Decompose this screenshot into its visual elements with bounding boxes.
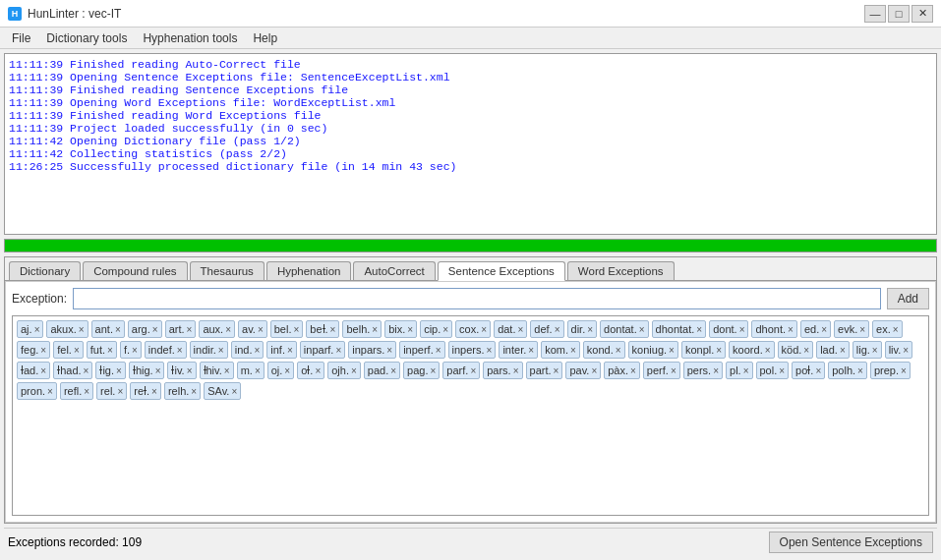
exception-tag-close-icon[interactable]: × xyxy=(386,345,392,356)
exception-tag-close-icon[interactable]: × xyxy=(117,386,123,397)
exception-tag-close-icon[interactable]: × xyxy=(513,365,519,376)
exception-tag-close-icon[interactable]: × xyxy=(857,365,863,376)
exception-tag-close-icon[interactable]: × xyxy=(254,345,260,356)
exception-tag-close-icon[interactable]: × xyxy=(79,324,85,335)
exception-tag-close-icon[interactable]: × xyxy=(293,324,299,335)
exception-tag-close-icon[interactable]: × xyxy=(335,345,341,356)
exception-tag-close-icon[interactable]: × xyxy=(351,365,357,376)
exception-tag-close-icon[interactable]: × xyxy=(528,345,534,356)
exception-tag-close-icon[interactable]: × xyxy=(743,365,749,376)
tab-autocorrect[interactable]: AutoCorrect xyxy=(353,261,435,280)
exception-tag-close-icon[interactable]: × xyxy=(903,345,909,356)
exception-tag-close-icon[interactable]: × xyxy=(372,324,378,335)
exception-tag-close-icon[interactable]: × xyxy=(431,365,437,376)
exception-tag-close-icon[interactable]: × xyxy=(116,365,122,376)
exception-tag-close-icon[interactable]: × xyxy=(696,324,702,335)
exception-tag-close-icon[interactable]: × xyxy=(287,345,293,356)
exception-tag-close-icon[interactable]: × xyxy=(258,324,264,335)
tab-sentence-exceptions[interactable]: Sentence Exceptions xyxy=(438,261,565,281)
exception-tag-close-icon[interactable]: × xyxy=(231,386,237,397)
exception-tag-close-icon[interactable]: × xyxy=(630,365,636,376)
exception-tag-close-icon[interactable]: × xyxy=(315,365,321,376)
exception-tag-close-icon[interactable]: × xyxy=(587,324,593,335)
exception-tag-close-icon[interactable]: × xyxy=(47,386,53,397)
exception-tag-close-icon[interactable]: × xyxy=(177,345,183,356)
exception-tag-close-icon[interactable]: × xyxy=(74,345,80,356)
exception-tag-close-icon[interactable]: × xyxy=(407,324,413,335)
exception-tag-close-icon[interactable]: × xyxy=(639,324,645,335)
minimize-button[interactable]: — xyxy=(864,5,886,23)
exception-tag-close-icon[interactable]: × xyxy=(84,365,89,376)
exception-tag-close-icon[interactable]: × xyxy=(555,324,560,335)
menu-hyphenation-tools[interactable]: Hyphenation tools xyxy=(135,29,245,47)
exception-tag-close-icon[interactable]: × xyxy=(739,324,745,335)
exception-tag-close-icon[interactable]: × xyxy=(115,324,121,335)
exception-tag-close-icon[interactable]: × xyxy=(765,345,771,356)
maximize-button[interactable]: □ xyxy=(888,5,910,23)
exception-tag-close-icon[interactable]: × xyxy=(669,345,675,356)
tab-word-exceptions[interactable]: Word Exceptions xyxy=(567,261,675,280)
exception-tag-close-icon[interactable]: × xyxy=(893,324,899,335)
exception-tag-close-icon[interactable]: × xyxy=(225,324,231,335)
exception-tag-close-icon[interactable]: × xyxy=(616,345,621,356)
exception-tag-close-icon[interactable]: × xyxy=(901,365,907,376)
exception-tag-close-icon[interactable]: × xyxy=(487,345,493,356)
menu-help[interactable]: Help xyxy=(245,29,285,47)
exception-tag-close-icon[interactable]: × xyxy=(815,365,821,376)
exception-tag-close-icon[interactable]: × xyxy=(671,365,676,376)
exception-tag: aj.× xyxy=(17,320,43,338)
exception-tag-close-icon[interactable]: × xyxy=(107,345,113,356)
exception-tag-close-icon[interactable]: × xyxy=(284,365,290,376)
exception-tag: oƚ.× xyxy=(297,362,324,379)
exception-tag-close-icon[interactable]: × xyxy=(517,324,523,335)
exception-tag-close-icon[interactable]: × xyxy=(224,365,230,376)
exception-tag-close-icon[interactable]: × xyxy=(34,324,40,335)
exception-tag-close-icon[interactable]: × xyxy=(330,324,336,335)
exception-tag-close-icon[interactable]: × xyxy=(713,365,719,376)
exception-tag-text: m. xyxy=(241,364,253,376)
exception-tag-close-icon[interactable]: × xyxy=(803,345,809,356)
exception-tag-close-icon[interactable]: × xyxy=(872,345,878,356)
exception-tag-close-icon[interactable]: × xyxy=(132,345,138,356)
exception-tag-close-icon[interactable]: × xyxy=(218,345,224,356)
add-button[interactable]: Add xyxy=(887,288,929,309)
tab-compound-rules[interactable]: Compound rules xyxy=(83,261,187,280)
close-button[interactable]: ✕ xyxy=(912,5,933,23)
open-sentence-exceptions-button[interactable]: Open Sentence Exceptions xyxy=(769,532,933,553)
exception-tag: ex.× xyxy=(872,320,903,338)
exception-tag-close-icon[interactable]: × xyxy=(152,324,158,335)
exception-tag-close-icon[interactable]: × xyxy=(187,324,193,335)
tab-dictionary[interactable]: Dictionary xyxy=(9,261,81,280)
exception-tag-close-icon[interactable]: × xyxy=(40,345,46,356)
exception-tag-close-icon[interactable]: × xyxy=(570,345,576,356)
exception-tag-close-icon[interactable]: × xyxy=(187,365,193,376)
exception-input[interactable] xyxy=(73,288,881,309)
menu-dictionary-tools[interactable]: Dictionary tools xyxy=(38,29,135,47)
exceptions-scroll-area[interactable]: aj.×akux.×ant.×arg.×art.×aux.×av.×bel.×b… xyxy=(12,315,929,516)
exception-tag-text: belh. xyxy=(346,323,370,335)
exception-tag-close-icon[interactable]: × xyxy=(470,365,476,376)
tab-thesaurus[interactable]: Thesaurus xyxy=(190,261,265,280)
exception-tag-close-icon[interactable]: × xyxy=(442,324,448,335)
exception-tag-close-icon[interactable]: × xyxy=(788,324,794,335)
menu-file[interactable]: File xyxy=(4,29,38,47)
exception-tag-close-icon[interactable]: × xyxy=(436,345,441,356)
exception-tag-close-icon[interactable]: × xyxy=(155,365,161,376)
exception-tag-close-icon[interactable]: × xyxy=(481,324,487,335)
exception-tag-close-icon[interactable]: × xyxy=(591,365,597,376)
exception-tag-close-icon[interactable]: × xyxy=(779,365,785,376)
exception-tag-close-icon[interactable]: × xyxy=(191,386,197,397)
log-area[interactable]: 11:11:39 Finished reading Auto-Correct f… xyxy=(4,53,937,235)
exception-tag-close-icon[interactable]: × xyxy=(716,345,722,356)
exception-tag-close-icon[interactable]: × xyxy=(840,345,846,356)
exception-tag-close-icon[interactable]: × xyxy=(151,386,157,397)
exception-tag-close-icon[interactable]: × xyxy=(554,365,559,376)
exception-tag-close-icon[interactable]: × xyxy=(84,386,89,397)
tab-hyphenation[interactable]: Hyphenation xyxy=(266,261,352,280)
exception-tag-close-icon[interactable]: × xyxy=(390,365,396,376)
exception-tag-close-icon[interactable]: × xyxy=(255,365,261,376)
exception-tag-close-icon[interactable]: × xyxy=(859,324,865,335)
exception-tag-close-icon[interactable]: × xyxy=(40,365,46,376)
exception-tag-text: koniug. xyxy=(632,344,667,356)
exception-tag-close-icon[interactable]: × xyxy=(821,324,827,335)
